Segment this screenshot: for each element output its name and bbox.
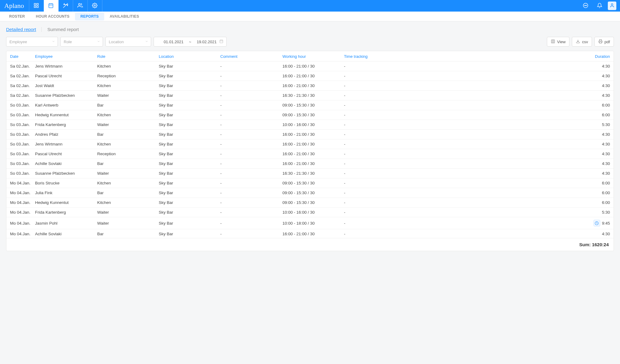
nav-settings[interactable] (88, 0, 102, 12)
svg-rect-15 (220, 40, 223, 43)
cell-role: Bar (97, 132, 159, 137)
nav-calendar[interactable] (44, 0, 58, 12)
role-select-label: Role (64, 40, 72, 44)
cell-working-hour: 16:30 - 21:30 / 30 (282, 171, 344, 176)
cell-comment: - (220, 122, 282, 127)
cell-date: Mo 04.Jan. (10, 191, 35, 195)
table-body[interactable]: Sa 02.Jan.Jens WirtmannKitchenSky Bar-16… (6, 61, 614, 238)
table-row[interactable]: Mo 04.Jan.Julia FinkBarSky Bar-09:00 - 1… (6, 188, 614, 198)
col-date[interactable]: Date (10, 54, 35, 59)
cell-employee: Susanne Pfalzbecken (35, 93, 97, 98)
cell-location: Sky Bar (159, 191, 220, 195)
table-row[interactable]: So 03.Jan.Andres PfalzBarSky Bar-16:00 -… (6, 130, 614, 139)
subnav-roster[interactable]: ROSTER (4, 12, 30, 21)
cell-duration: 6:00 (399, 181, 610, 185)
table-row[interactable]: Mo 04.Jan.Frida KartenbergWaiterSky Bar-… (6, 208, 614, 217)
nav-dashboard[interactable] (29, 0, 44, 12)
csv-button[interactable]: csv (572, 37, 592, 47)
table-row[interactable]: Sa 02.Jan.Jost WaldtKitchenSky Bar-16:00… (6, 81, 614, 91)
table-row[interactable]: Sa 02.Jan.Jens WirtmannKitchenSky Bar-16… (6, 61, 614, 71)
cell-location: Sky Bar (159, 181, 220, 185)
cell-role: Reception (97, 74, 159, 78)
cell-location: Sky Bar (159, 221, 220, 226)
cell-date: Mo 04.Jan. (10, 232, 35, 236)
employee-select[interactable]: Employee (6, 37, 58, 47)
cell-comment: - (220, 142, 282, 146)
cell-location: Sky Bar (159, 122, 220, 127)
cell-working-hour: 16:00 - 21:00 / 30 (282, 142, 344, 146)
table-row[interactable]: Sa 02.Jan.Susanne PfalzbeckenWaiterSky B… (6, 91, 614, 100)
cell-date: So 03.Jan. (10, 152, 35, 156)
location-select[interactable]: Location (105, 37, 151, 47)
subnav-reports[interactable]: REPORTS (75, 12, 104, 20)
clock-icon (593, 220, 600, 226)
cell-comment: - (220, 74, 282, 78)
col-duration[interactable]: Duration (399, 54, 610, 59)
cell-time-tracking: - (344, 64, 399, 68)
table-row[interactable]: Mo 04.Jan.Boris StruckeKitchenSky Bar-09… (6, 178, 614, 188)
cell-working-hour: 16:30 - 21:30 / 30 (282, 93, 344, 98)
cell-location: Sky Bar (159, 64, 220, 68)
table-row[interactable]: Mo 04.Jan.Hedwig KunnentutKitchenSky Bar… (6, 198, 614, 208)
col-working-hour[interactable]: Working hour (282, 54, 344, 59)
table-row[interactable]: Sa 02.Jan.Pascal UtrechtReceptionSky Bar… (6, 71, 614, 81)
table-row[interactable]: Mo 04.Jan.Jasmin PohlWaiterSky Bar-10:00… (6, 217, 614, 229)
cell-employee: Jost Waldt (35, 83, 97, 88)
cell-date: So 03.Jan. (10, 161, 35, 166)
cell-role: Reception (97, 152, 159, 156)
col-time-tracking[interactable]: Time tracking (344, 54, 399, 59)
cell-employee: Achille Sovlaki (35, 161, 97, 166)
table-row[interactable]: Mo 04.Jan.Achille SovlakiBarSky Bar-16:0… (6, 229, 614, 238)
cell-comment: - (220, 113, 282, 117)
pdf-button[interactable]: pdf (594, 37, 614, 47)
col-role[interactable]: Role (97, 54, 159, 59)
nav-absences[interactable] (58, 0, 73, 12)
table-row[interactable]: So 03.Jan.Pascal UtrechtReceptionSky Bar… (6, 149, 614, 159)
cell-date: So 03.Jan. (10, 142, 35, 146)
cell-time-tracking: - (344, 161, 399, 166)
cell-comment: - (220, 161, 282, 166)
report-tabs: Detailed report Summed report (6, 27, 614, 32)
date-range-picker[interactable]: 01.01.2021 ~ 19.02.2021 (154, 37, 227, 47)
cell-duration: 5:30 (399, 122, 610, 127)
cell-working-hour: 16:00 - 21:00 / 30 (282, 132, 344, 137)
download-icon (576, 39, 580, 44)
bell-icon (597, 3, 602, 9)
cell-employee: Susanne Pfalzbecken (35, 171, 97, 176)
table-row[interactable]: So 03.Jan.Susanne PfalzbeckenWaiterSky B… (6, 169, 614, 178)
cell-duration: 4:30 (399, 83, 610, 88)
table-row[interactable]: So 03.Jan.Hedwig KunnentutKitchenSky Bar… (6, 110, 614, 120)
cell-location: Sky Bar (159, 74, 220, 78)
cell-employee: Achille Sovlaki (35, 232, 97, 236)
subnav-availabilities[interactable]: AVAILABILITIES (104, 12, 144, 21)
cell-employee: Pascal Utrecht (35, 74, 97, 78)
cell-employee: Jens Wirtmann (35, 142, 97, 146)
cell-employee: Karl Antwerb (35, 103, 97, 107)
nav-employees[interactable] (73, 0, 88, 12)
subnav-hour-accounts[interactable]: HOUR ACCOUNTS (30, 12, 75, 21)
table-row[interactable]: So 03.Jan.Jens WirtmannKitchenSky Bar-16… (6, 139, 614, 149)
svg-rect-22 (599, 42, 601, 43)
csv-label: csv (582, 40, 588, 44)
tab-detailed-report[interactable]: Detailed report (6, 27, 36, 32)
cell-comment: - (220, 132, 282, 137)
col-employee[interactable]: Employee (35, 54, 97, 59)
controls-row: Employee Role Location 01.01.2021 ~ 19.0… (6, 37, 614, 47)
role-select[interactable]: Role (60, 37, 103, 47)
table-row[interactable]: So 03.Jan.Frida KartenbergWaiterSky Bar-… (6, 120, 614, 130)
notifications-button[interactable] (594, 0, 605, 12)
table-row[interactable]: So 03.Jan.Achille SovlakiBarSky Bar-16:0… (6, 159, 614, 169)
view-button[interactable]: View (547, 37, 569, 47)
cell-role: Kitchen (97, 64, 159, 68)
cell-time-tracking: - (344, 152, 399, 156)
tab-summed-report[interactable]: Summed report (47, 27, 79, 32)
profile-button[interactable] (608, 2, 616, 10)
table-row[interactable]: So 03.Jan.Karl AntwerbBarSky Bar-09:00 -… (6, 100, 614, 110)
chat-button[interactable] (580, 0, 591, 12)
cell-date: Mo 04.Jan. (10, 200, 35, 205)
col-location[interactable]: Location (159, 54, 220, 59)
cell-comment: - (220, 200, 282, 205)
cell-comment: - (220, 93, 282, 98)
cell-duration: 4:30 (399, 74, 610, 78)
col-comment[interactable]: Comment (220, 54, 282, 59)
